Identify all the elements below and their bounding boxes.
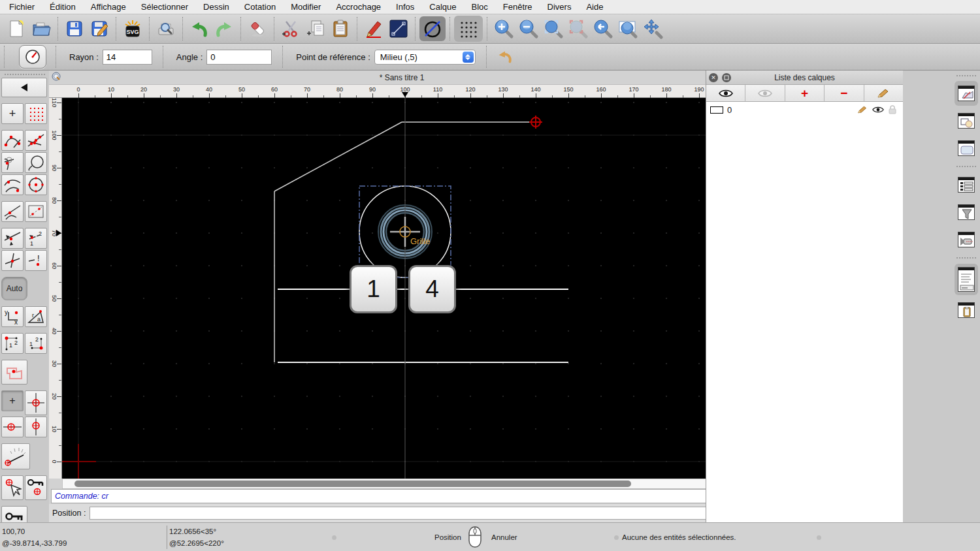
extension-tool-button[interactable]: !: [25, 250, 47, 271]
protractor-tool-button[interactable]: [1, 443, 30, 469]
dock-blocks-panel-button[interactable]: [955, 108, 978, 133]
tangent-line-tool-button[interactable]: [1, 201, 24, 222]
radius-input[interactable]: [103, 50, 152, 65]
entity-diagonal-line[interactable]: [274, 122, 402, 191]
arc-point-tool-button[interactable]: [1, 174, 24, 195]
zoom-out-button[interactable]: [516, 16, 541, 41]
snap-key-tool-button[interactable]: [25, 475, 47, 500]
menu-modifier[interactable]: Modifier: [291, 2, 321, 12]
paste-button[interactable]: [328, 16, 353, 41]
layer-edit-pencil-icon[interactable]: [857, 105, 868, 114]
drawing-area: * Sans titre 1 0102030405060708090100110…: [49, 71, 755, 522]
auto-snap-button[interactable]: Auto: [1, 277, 27, 300]
zoom-window-button[interactable]: [615, 16, 640, 41]
export-svg-button[interactable]: SVG: [120, 16, 145, 41]
print-preview-button[interactable]: [154, 16, 178, 41]
layer-visible-eye-icon[interactable]: [872, 106, 884, 114]
layer-row-0[interactable]: 0: [706, 102, 903, 118]
menu-affichage[interactable]: Affichage: [91, 2, 126, 12]
zoom-in-button[interactable]: [491, 16, 516, 41]
menu-selectionner[interactable]: Sélectionner: [141, 2, 188, 12]
radius-dial-button[interactable]: [19, 45, 46, 69]
position-input[interactable]: [90, 507, 733, 520]
eraser-button[interactable]: [245, 16, 270, 41]
menu-accrochage[interactable]: Accrochage: [336, 2, 381, 12]
open-button[interactable]: [29, 16, 54, 41]
relative-corner-1-tool-button[interactable]: 12: [1, 333, 24, 354]
menu-fenetre[interactable]: Fenêtre: [503, 2, 532, 12]
horizontal-scrollbar-thumb[interactable]: [74, 480, 631, 487]
intersection-tool-button[interactable]: [1, 250, 24, 271]
dock-filter-panel-button[interactable]: [955, 200, 978, 225]
tangent-arc-tool-button[interactable]: [1, 152, 24, 173]
edit-layer-button[interactable]: [864, 85, 903, 101]
menu-dessin[interactable]: Dessin: [203, 2, 229, 12]
polar-coordinate-tool-button[interactable]: ra: [25, 306, 47, 327]
save-as-button[interactable]: [87, 16, 112, 41]
circle-tangent-tool-button[interactable]: [25, 152, 47, 173]
dock-render-panel-button[interactable]: [955, 227, 978, 252]
snap-vertical-tool-button[interactable]: [25, 417, 47, 437]
pan-button[interactable]: [640, 16, 665, 41]
snap-plus-tool-button[interactable]: +: [1, 390, 24, 411]
menu-bloc[interactable]: Bloc: [471, 2, 487, 12]
point-tool-button[interactable]: +: [1, 103, 24, 124]
layer-color-swatch[interactable]: [710, 106, 723, 114]
copy-button[interactable]: [303, 16, 328, 41]
palette-back-button[interactable]: [1, 78, 47, 97]
snap-crosshair-tool-button[interactable]: [25, 390, 47, 415]
save-button[interactable]: [62, 16, 87, 41]
snap-shape-tool-button[interactable]: [1, 360, 27, 385]
menu-fichier[interactable]: Fichier: [9, 2, 35, 12]
undo-button[interactable]: [187, 16, 212, 41]
menu-divers[interactable]: Divers: [547, 2, 572, 12]
dock-command-panel-button[interactable]: [955, 264, 978, 295]
angle-input[interactable]: [206, 50, 272, 65]
dashed-rect-tool-button[interactable]: [25, 201, 47, 222]
new-document-button[interactable]: [4, 16, 29, 41]
xy-coordinate-tool-button[interactable]: yx: [1, 306, 24, 327]
grid-points-tool-button[interactable]: [25, 103, 47, 124]
direction-1-tool-button[interactable]: [1, 228, 24, 249]
zoom-fit-button[interactable]: [541, 16, 566, 41]
redo-button[interactable]: [212, 16, 237, 41]
remove-layer-button[interactable]: −: [825, 85, 864, 101]
document-icon[interactable]: [52, 72, 61, 84]
horizontal-scrollbar[interactable]: [62, 479, 715, 489]
circle-center-tool-button[interactable]: [25, 174, 47, 195]
menu-edition[interactable]: Édition: [50, 2, 76, 12]
line-tool-button[interactable]: [386, 16, 411, 41]
dock-properties-panel-button[interactable]: [955, 136, 978, 161]
zoom-previous-button[interactable]: [591, 16, 615, 41]
menu-infos[interactable]: Infos: [396, 2, 414, 12]
cut-button[interactable]: [278, 16, 303, 41]
dock-list-panel-button[interactable]: [955, 172, 978, 197]
spline-points-tool-button[interactable]: [1, 130, 24, 151]
dock-layers-panel-button[interactable]: [955, 81, 978, 106]
layer-lock-icon[interactable]: [889, 105, 896, 114]
command-bar[interactable]: Commande: cr: [51, 489, 753, 503]
dock-drag-handle[interactable]: [956, 75, 976, 76]
show-all-layers-button[interactable]: [706, 85, 745, 101]
dock-clipboard-panel-button[interactable]: [955, 298, 978, 323]
reference-point-select[interactable]: Milieu (,5): [374, 50, 476, 65]
hide-all-layers-button[interactable]: [745, 85, 785, 101]
polyline-points-tool-button[interactable]: [25, 130, 47, 151]
key-4-label: 4: [425, 276, 439, 303]
palette-drag-handle[interactable]: [5, 74, 45, 75]
relative-corner-2-tool-button[interactable]: 12: [25, 333, 47, 354]
circle-line-tool-button[interactable]: [419, 16, 446, 41]
zoom-selection-button[interactable]: [566, 16, 591, 41]
snap-horizontal-tool-button[interactable]: [1, 417, 24, 437]
menu-aide[interactable]: Aide: [586, 2, 603, 12]
document-titlebar: * Sans titre 1: [49, 71, 755, 85]
draw-pencil-button[interactable]: [361, 16, 386, 41]
snap-cursor-tool-button[interactable]: [1, 475, 24, 500]
grid-toggle-button[interactable]: [454, 16, 483, 42]
menu-cotation[interactable]: Cotation: [244, 2, 276, 12]
drawing-canvas[interactable]: Grille 1 4: [62, 98, 745, 479]
undo-step-button[interactable]: [492, 44, 517, 69]
direction-2-tool-button[interactable]: 21: [25, 228, 47, 249]
menu-calque[interactable]: Calque: [429, 2, 456, 12]
add-layer-button[interactable]: +: [785, 85, 825, 101]
